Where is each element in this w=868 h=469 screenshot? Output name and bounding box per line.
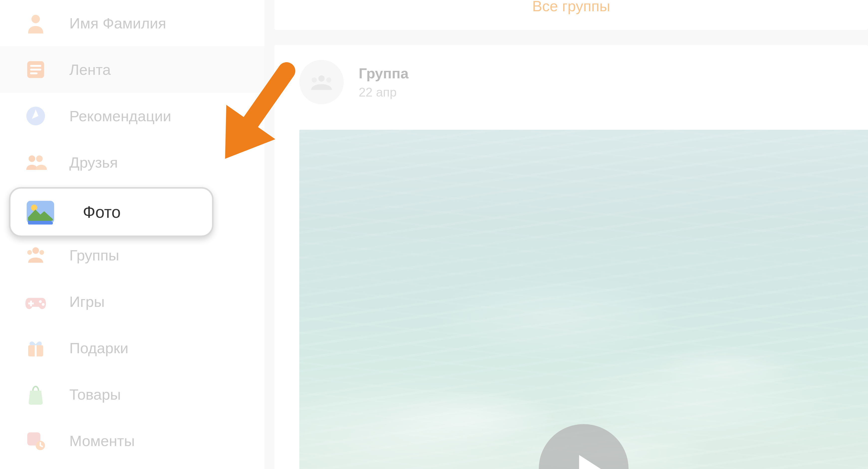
- compass-icon: [25, 105, 47, 127]
- sidebar-item-feed[interactable]: Лента: [0, 46, 265, 93]
- sidebar-item-label: Фото: [83, 202, 121, 221]
- svg-rect-4: [30, 72, 38, 74]
- svg-point-14: [42, 303, 44, 306]
- sidebar-item-games[interactable]: Игры: [0, 278, 265, 325]
- svg-point-10: [39, 250, 44, 255]
- post-date: 22 апр: [359, 85, 408, 99]
- svg-rect-12: [28, 303, 34, 305]
- post-author[interactable]: Группа: [359, 65, 408, 82]
- person-icon: [25, 12, 47, 34]
- play-icon: [568, 450, 606, 469]
- svg-point-22: [312, 77, 317, 83]
- post-header: Группа 22 апр: [274, 45, 868, 104]
- friends-icon: [25, 151, 47, 174]
- sidebar-item-label: Рекомендации: [69, 107, 172, 125]
- svg-point-7: [36, 155, 43, 162]
- gift-icon: [25, 337, 47, 359]
- sidebar-item-moments[interactable]: Моменты: [0, 417, 265, 464]
- sidebar-item-label: Группы: [69, 247, 119, 264]
- sidebar-item-photo[interactable]: Фото: [9, 187, 214, 237]
- all-groups-link[interactable]: Все группы: [532, 0, 610, 15]
- post-card: Группа 22 апр: [274, 45, 868, 469]
- sidebar-item-label: Моменты: [69, 432, 135, 449]
- sidebar-item-label: Лента: [69, 61, 111, 78]
- post-meta: Группа 22 апр: [359, 65, 408, 99]
- moments-icon: [25, 430, 47, 452]
- feed-icon: [25, 58, 47, 81]
- sea-water-image: [299, 130, 868, 469]
- sidebar-item-label: Имя Фамилия: [69, 15, 166, 32]
- group-people-icon: [25, 244, 47, 267]
- svg-point-0: [31, 15, 40, 23]
- svg-point-8: [32, 247, 39, 254]
- sidebar-item-label: Товары: [69, 386, 121, 403]
- svg-point-20: [31, 205, 37, 211]
- sidebar-item-groups[interactable]: Группы: [0, 232, 265, 278]
- shopping-bag-icon: [25, 383, 47, 406]
- sidebar-item-gifts[interactable]: Подарки: [0, 325, 265, 371]
- sidebar-item-label: Подарки: [69, 340, 128, 357]
- sidebar-item-profile[interactable]: Имя Фамилия: [0, 0, 265, 46]
- post-media[interactable]: [299, 130, 868, 469]
- svg-point-23: [326, 77, 332, 83]
- sidebar-item-market[interactable]: Товары: [0, 371, 265, 417]
- sidebar-item-label: Игры: [69, 293, 105, 310]
- photo-icon: [26, 199, 55, 224]
- sidebar-item-label: Друзья: [69, 154, 118, 171]
- all-groups-banner: Все группы: [274, 0, 868, 30]
- svg-rect-2: [30, 65, 41, 67]
- group-avatar[interactable]: [299, 60, 344, 104]
- sidebar-item-recommendations[interactable]: Рекомендации: [0, 93, 265, 139]
- group-people-icon: [309, 73, 334, 91]
- svg-rect-16: [35, 345, 37, 356]
- svg-rect-3: [30, 69, 41, 71]
- svg-point-21: [318, 75, 325, 82]
- svg-point-13: [39, 300, 42, 303]
- gamepad-icon: [25, 290, 47, 313]
- svg-point-9: [27, 250, 32, 255]
- feed-area: Все группы Группа 22 апр: [274, 0, 868, 469]
- svg-point-6: [29, 155, 35, 162]
- sidebar-item-friends[interactable]: Друзья: [0, 139, 265, 186]
